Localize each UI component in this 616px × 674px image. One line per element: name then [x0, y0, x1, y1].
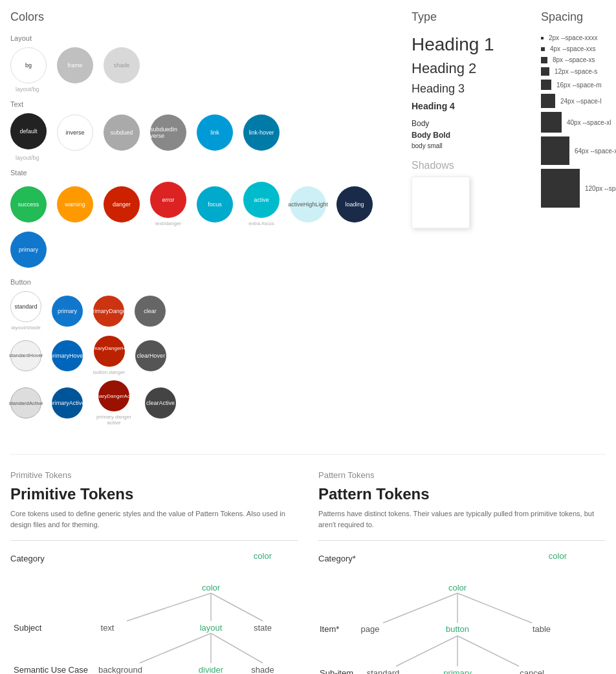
circle-item-inverse: inverse [57, 114, 93, 151]
circle-primary: primary [10, 232, 47, 268]
circle-subduedInverse: subduedIn verse [150, 114, 186, 151]
primitive-divider [10, 540, 298, 541]
circle-default: default [10, 113, 47, 149]
spacing-box-40 [541, 112, 562, 133]
circle-primaryDangerActive: primaryDangerActive [98, 380, 129, 411]
pattern-category-row: Category* color [318, 551, 606, 563]
svg-line-22 [396, 636, 457, 666]
primitive-desc: Core tokens used to define generic style… [10, 508, 298, 530]
circle-btn-primary: primary [52, 296, 83, 327]
pattern-category-node: color [549, 551, 567, 561]
heading2: Heading 2 [412, 60, 528, 77]
colors-title: Colors [10, 10, 399, 24]
spacing-item-4: 4px --space-xxs [541, 45, 616, 52]
primitive-tokens-panel: Primitive Tokens Primitive Tokens Core t… [10, 470, 298, 674]
circle-item-loading: loading [336, 186, 373, 223]
circle-primaryActive: primaryActive [52, 387, 83, 419]
svg-text:page: page [361, 624, 380, 634]
text-sublabel: layout/bg [16, 155, 399, 161]
colors-panel: Colors Layout bg frame shade layout/bg T… [10, 10, 399, 428]
spacing-box-4 [541, 47, 545, 51]
text-label: Text [10, 100, 399, 108]
spacing-label-2: 2px --space-xxxx [549, 34, 598, 41]
primary-circles: primary [10, 232, 399, 268]
circle-item-danger: danger [104, 186, 140, 223]
primitive-tree-svg: color text layout state background [10, 579, 282, 674]
svg-line-7 [140, 633, 211, 663]
circle-item-subdued: subdued [104, 114, 140, 151]
pattern-category-label: Category* [318, 551, 402, 563]
circle-active: active [243, 182, 280, 218]
circle-item-primaryHover: primaryHover [52, 340, 83, 371]
circle-success: success [10, 186, 47, 223]
spacing-item-12: 12px --space-s [541, 67, 616, 76]
circle-item-primaryActive: primaryActive [52, 387, 83, 419]
label-pdhover-sub: button.danger [93, 369, 125, 375]
circle-danger: danger [104, 186, 140, 223]
svg-text:color: color [448, 583, 467, 592]
circle-item-focus: focus [197, 186, 233, 223]
circle-item-warning: warning [57, 186, 93, 223]
circle-link: link [197, 114, 233, 151]
primitive-category-label: Category [10, 551, 94, 563]
svg-line-1 [127, 593, 211, 621]
circle-bg: bg [10, 47, 47, 83]
primitive-category-node-wrap: color [94, 551, 298, 561]
type-title: Type [412, 10, 528, 24]
svg-text:standard: standard [367, 668, 400, 674]
spacing-title: Spacing [541, 10, 616, 24]
svg-text:color: color [202, 583, 221, 592]
circle-item-error: error text/danger [150, 182, 186, 226]
primitive-section-label: Primitive Tokens [10, 470, 298, 480]
heading3: Heading 3 [412, 82, 528, 96]
circle-focus: focus [197, 186, 233, 223]
spacing-box-120 [541, 169, 580, 208]
circle-loading: loading [336, 186, 373, 223]
circle-item-standardActive: standardActive [10, 387, 41, 419]
spacing-label-40: 40px --space-xl [567, 119, 611, 126]
shadows-title: Shadows [412, 160, 528, 171]
circle-standardHover: standardHover [10, 340, 41, 371]
circle-primaryDangerHover: primaryDangerHov er [94, 336, 125, 367]
circle-link-hover: link-hover [243, 114, 280, 151]
svg-text:layout: layout [200, 623, 223, 633]
label-active-sub: extra-focus [248, 221, 274, 226]
circle-item-success: success [10, 186, 47, 223]
pattern-tokens-panel: Pattern Tokens Pattern Tokens Patterns h… [318, 470, 606, 674]
spacing-label-16: 16px --space-m [556, 82, 601, 89]
circle-primaryDanger: primaryDanger [93, 296, 124, 327]
svg-text:Item*: Item* [320, 624, 339, 634]
circle-item-clearHover: clearHover [135, 340, 166, 371]
spacing-label-64: 64px --space-xxl [575, 147, 616, 155]
svg-text:state: state [254, 623, 272, 633]
circle-item-subduedInverse: subduedIn verse [150, 114, 186, 151]
button-row1: standard layout/shade primary primaryDan… [10, 291, 399, 331]
spacing-label-12: 12px --space-s [555, 68, 597, 75]
type-panel: Type Heading 1 Heading 2 Heading 3 Headi… [399, 10, 528, 428]
svg-line-24 [457, 636, 519, 666]
circle-item-primary: primary [10, 232, 47, 268]
layout-sublabel: layout/bg [16, 86, 399, 92]
spacing-box-12 [541, 67, 549, 76]
button-label: Button [10, 278, 399, 286]
circle-item-primaryDangerHover: primaryDangerHov er button.danger [93, 336, 125, 375]
label-standard-sub: layout/shade [11, 325, 40, 331]
state-label: State [10, 169, 399, 177]
svg-text:button: button [446, 624, 469, 634]
circle-clearHover: clearHover [135, 340, 166, 371]
primitive-category-node: color [254, 551, 272, 561]
layout-label: Layout [10, 34, 399, 42]
spacing-item-16: 16px --space-m [541, 80, 616, 90]
spacing-box-24 [541, 94, 555, 108]
circle-clearActive: clearActive [145, 387, 176, 419]
spacing-box-16 [541, 80, 551, 90]
svg-text:primary: primary [443, 668, 472, 674]
circle-error: error [150, 182, 186, 218]
text-circles: default inverse subdued subduedIn verse … [10, 113, 399, 152]
spacing-item-8: 8px --space-xs [541, 56, 616, 63]
state-circles: success warning danger error text/danger… [10, 182, 399, 226]
primitive-title: Primitive Tokens [10, 485, 298, 503]
svg-text:cancel: cancel [520, 668, 544, 674]
circle-item-bg: bg [10, 47, 47, 83]
pattern-title: Pattern Tokens [318, 485, 606, 503]
